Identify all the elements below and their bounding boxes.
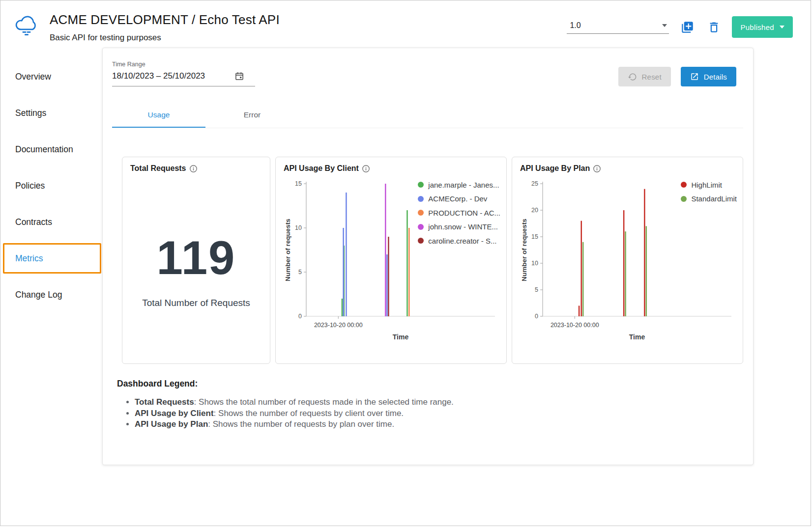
plan-chart-title: API Usage By Plan	[520, 164, 590, 173]
api-usage-by-client-card: API Usage By Client jane.marple - Janes.…	[275, 157, 507, 364]
usage-error-tabs: UsageError	[112, 103, 743, 128]
legend-label: ACMECorp. - Dev	[428, 194, 487, 203]
sidebar-item-documentation[interactable]: Documentation	[0, 131, 102, 167]
sidebar-item-settings[interactable]: Settings	[0, 95, 102, 131]
legend-label: caroline.creator - S...	[428, 237, 496, 245]
time-range-field[interactable]: Time Range 18/10/2023 – 25/10/2023	[112, 61, 255, 86]
legend-label: StandardLimit	[691, 194, 737, 203]
cloud-logo-icon	[13, 12, 40, 37]
details-button[interactable]: Details	[681, 67, 736, 86]
api-usage-by-plan-card: API Usage By Plan HighLimitStandardLimit…	[512, 157, 743, 364]
svg-text:15: 15	[295, 180, 302, 187]
add-copy-icon	[681, 21, 694, 34]
chart-legend-item: john.snow - WINTE...	[418, 220, 500, 234]
legend-dot-icon	[418, 196, 424, 202]
dashboard-legend-list: Total Requests: Shows the total number o…	[117, 397, 743, 430]
total-requests-title: Total Requests	[130, 164, 186, 173]
body-row: OverviewSettingsDocumentationPoliciesCon…	[0, 48, 811, 465]
sidebar-item-policies[interactable]: Policies	[0, 167, 102, 204]
tab-usage[interactable]: Usage	[112, 103, 205, 128]
sidebar-item-overview[interactable]: Overview	[0, 58, 102, 95]
metrics-panel: Time Range 18/10/2023 – 25/10/2023 Reset	[102, 48, 754, 465]
published-button[interactable]: Published	[732, 16, 793, 38]
legend-dot-icon	[418, 210, 424, 216]
svg-text:20: 20	[531, 207, 538, 214]
svg-text:0: 0	[298, 313, 302, 320]
legend-dot-icon	[418, 182, 424, 188]
sidebar-item-contracts[interactable]: Contracts	[0, 204, 102, 240]
version-select[interactable]: 1.0	[567, 20, 669, 34]
add-version-button[interactable]	[679, 19, 696, 35]
card-title: Total Requests	[130, 164, 262, 173]
chevron-down-icon	[780, 26, 784, 28]
calendar-icon	[234, 71, 244, 81]
legend-dot-icon	[418, 238, 424, 244]
details-label: Details	[704, 73, 727, 81]
info-icon[interactable]	[362, 165, 370, 173]
card-title: API Usage By Client	[284, 164, 498, 173]
svg-text:5: 5	[535, 286, 538, 293]
chart-legend-item: caroline.creator - S...	[418, 234, 500, 248]
delete-button[interactable]	[705, 19, 722, 35]
page-subtitle: Basic API for testing purposes	[50, 33, 280, 43]
open-in-new-icon	[690, 72, 699, 81]
total-requests-caption: Total Number of Requests	[130, 298, 262, 308]
dashboard-legend-title: Dashboard Legend:	[117, 379, 743, 389]
card-title: API Usage By Plan	[520, 164, 735, 173]
chart-legend-item: jane.marple - Janes...	[418, 178, 500, 192]
svg-text:15: 15	[531, 233, 538, 240]
svg-text:10: 10	[295, 224, 302, 231]
title-block: ACME DEVELOPMENT / Echo Test API Basic A…	[50, 12, 280, 43]
sidebar-item-metrics[interactable]: Metrics	[3, 243, 101, 274]
svg-text:0: 0	[535, 313, 538, 320]
client-chart-title: API Usage By Client	[284, 164, 359, 173]
plan-chart-legend: HighLimitStandardLimit	[681, 178, 737, 206]
chevron-down-icon	[662, 24, 667, 27]
svg-text:Time: Time	[393, 333, 409, 341]
dashboard-legend-item: API Usage by Plan: Shows the number of r…	[135, 419, 743, 430]
svg-text:Number of requests: Number of requests	[284, 219, 291, 281]
sidebar: OverviewSettingsDocumentationPoliciesCon…	[0, 48, 102, 465]
time-range-row: 18/10/2023 – 25/10/2023	[112, 71, 255, 81]
total-requests-value: 119	[130, 231, 262, 285]
app-header: ACME DEVELOPMENT / Echo Test API Basic A…	[0, 0, 811, 43]
svg-text:10: 10	[531, 260, 538, 267]
dashboard-legend-item: Total Requests: Shows the total number o…	[135, 397, 743, 408]
version-value: 1.0	[570, 21, 580, 30]
sidebar-item-change-log[interactable]: Change Log	[0, 277, 102, 313]
time-range-value: 18/10/2023 – 25/10/2023	[112, 71, 205, 81]
dashboard-legend-item: API Usage by Client: Shows the number of…	[135, 408, 743, 419]
client-chart-legend: jane.marple - Janes...ACMECorp. - DevPRO…	[418, 178, 500, 248]
info-icon[interactable]	[189, 165, 198, 173]
legend-label: HighLimit	[691, 181, 722, 189]
svg-text:2023-10-20 00:00: 2023-10-20 00:00	[551, 322, 599, 329]
chart-legend-item: ACMECorp. - Dev	[418, 192, 500, 206]
header-actions: 1.0 Published	[567, 12, 793, 38]
reset-button[interactable]: Reset	[618, 67, 671, 86]
svg-text:Time: Time	[629, 333, 645, 341]
info-icon[interactable]	[593, 165, 601, 173]
charts-row: Total Requests 119 Total Number of Reque…	[122, 157, 743, 364]
legend-dot-icon	[418, 224, 424, 230]
svg-text:Number of requests: Number of requests	[521, 219, 528, 281]
header-left: ACME DEVELOPMENT / Echo Test API Basic A…	[13, 12, 280, 43]
chart-legend-item: StandardLimit	[681, 192, 737, 206]
page-title: ACME DEVELOPMENT / Echo Test API	[50, 12, 280, 28]
time-range-label: Time Range	[112, 61, 255, 68]
published-label: Published	[740, 23, 774, 31]
legend-label: john.snow - WINTE...	[428, 222, 498, 231]
tab-error[interactable]: Error	[205, 103, 299, 128]
chart-legend-item: HighLimit	[681, 178, 737, 192]
legend-dot-icon	[681, 196, 687, 202]
svg-text:5: 5	[298, 269, 302, 276]
svg-text:25: 25	[531, 180, 538, 187]
reset-icon	[628, 72, 637, 82]
trash-icon	[707, 21, 721, 34]
svg-text:2023-10-20 00:00: 2023-10-20 00:00	[314, 322, 363, 329]
reset-label: Reset	[642, 73, 662, 81]
total-requests-card: Total Requests 119 Total Number of Reque…	[122, 157, 270, 364]
app-window: ACME DEVELOPMENT / Echo Test API Basic A…	[0, 0, 811, 526]
dashboard-legend: Dashboard Legend: Total Requests: Shows …	[117, 379, 743, 430]
metrics-toolbar: Time Range 18/10/2023 – 25/10/2023 Reset	[112, 61, 743, 86]
legend-label: jane.marple - Janes...	[428, 181, 499, 189]
